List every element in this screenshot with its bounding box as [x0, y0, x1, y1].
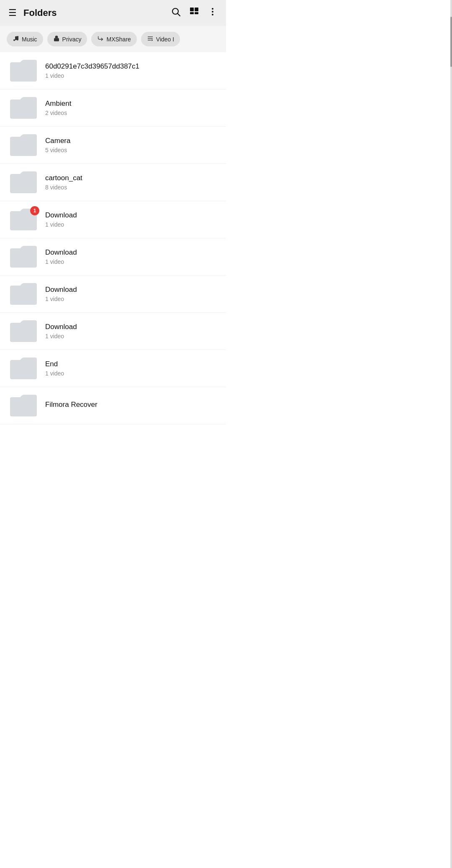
folder-name: Download [45, 211, 77, 220]
folder-name: cartoon_cat [45, 174, 82, 182]
folder-info: Download1 video [45, 323, 77, 340]
folder-item[interactable]: Download1 video [0, 276, 226, 313]
svg-rect-5 [195, 12, 198, 14]
folder-shape [8, 58, 39, 83]
folder-count: 1 video [45, 296, 77, 302]
folder-item[interactable]: Filmora Recover [0, 387, 226, 424]
folder-name: Download [45, 248, 77, 257]
folder-icon-wrapper [8, 133, 39, 158]
folder-info: Download1 video [45, 248, 77, 265]
svg-line-1 [178, 14, 180, 16]
folder-item[interactable]: Download1 video [0, 238, 226, 276]
folder-count: 1 video [45, 370, 64, 377]
folder-info: End1 video [45, 360, 64, 377]
folder-shape [8, 319, 39, 344]
folder-info: Camera5 videos [45, 137, 70, 153]
folder-count: 5 videos [45, 147, 70, 153]
folder-name: End [45, 360, 64, 368]
folder-shape [8, 356, 39, 381]
chip-mxshare[interactable]: MXShare [91, 32, 136, 46]
folder-icon-wrapper [8, 95, 39, 120]
folder-info: Ambient2 videos [45, 100, 71, 116]
folder-shape [8, 95, 39, 120]
folder-info: Download1 video [45, 286, 77, 302]
folder-count: 1 video [45, 258, 77, 265]
folder-badge: 1 [30, 206, 39, 215]
folder-icon-wrapper [8, 281, 39, 306]
folder-item[interactable]: Ambient2 videos [0, 89, 226, 127]
folder-shape [8, 133, 39, 158]
folder-icon-wrapper [8, 393, 39, 418]
folder-icon-wrapper [8, 244, 39, 269]
folder-icon-wrapper [8, 58, 39, 83]
chip-video-label: Video I [156, 36, 174, 43]
grid-view-icon[interactable] [189, 7, 199, 19]
folder-shape [8, 281, 39, 306]
app-header: ☰ Folders [0, 0, 226, 26]
more-options-icon[interactable] [208, 7, 218, 19]
folder-name: Ambient [45, 100, 71, 108]
folder-shape [8, 170, 39, 195]
chip-privacy[interactable]: Privacy [47, 32, 87, 46]
folder-info: 60d0291e7c3d39657dd387c11 video [45, 62, 139, 79]
svg-point-7 [212, 11, 213, 13]
folder-icon-wrapper: 1 [8, 207, 39, 232]
folder-item[interactable]: 1Download1 video [0, 201, 226, 238]
folder-icon-wrapper [8, 319, 39, 344]
folder-item[interactable]: Camera5 videos [0, 127, 226, 164]
svg-point-6 [212, 8, 213, 10]
folder-icon-wrapper [8, 356, 39, 381]
folder-count: 2 videos [45, 110, 71, 116]
music-chip-icon [13, 35, 19, 43]
privacy-chip-icon [53, 35, 60, 43]
folder-count: 1 video [45, 72, 139, 79]
folder-info: cartoon_cat8 videos [45, 174, 82, 191]
svg-point-10 [17, 39, 18, 41]
folder-name: Camera [45, 137, 70, 145]
folder-item[interactable]: End1 video [0, 350, 226, 387]
svg-point-9 [13, 39, 15, 41]
folder-item[interactable]: cartoon_cat8 videos [0, 164, 226, 201]
folder-count: 1 video [45, 221, 77, 228]
folder-name: Download [45, 286, 77, 294]
folder-list: 60d0291e7c3d39657dd387c11 videoAmbient2 … [0, 52, 226, 424]
chip-music[interactable]: Music [7, 32, 43, 46]
folder-name: Filmora Recover [45, 401, 98, 409]
svg-rect-4 [190, 12, 194, 14]
folder-count: 8 videos [45, 184, 82, 191]
header-actions [171, 7, 218, 19]
folder-name: Download [45, 323, 77, 331]
svg-rect-2 [190, 8, 194, 11]
video-chip-icon [147, 35, 154, 43]
chip-mxshare-label: MXShare [106, 36, 131, 43]
menu-icon[interactable]: ☰ [8, 8, 17, 18]
folder-item[interactable]: 60d0291e7c3d39657dd387c11 video [0, 52, 226, 89]
chip-privacy-label: Privacy [62, 36, 82, 43]
chip-music-label: Music [22, 36, 37, 43]
svg-rect-3 [195, 8, 198, 11]
filter-chips: Music Privacy MXShare Vide [0, 26, 226, 52]
folder-info: Download1 video [45, 211, 77, 228]
folder-name: 60d0291e7c3d39657dd387c1 [45, 62, 139, 71]
folder-item[interactable]: Download1 video [0, 313, 226, 350]
search-icon[interactable] [171, 7, 181, 19]
mxshare-chip-icon [97, 35, 104, 43]
folder-count: 1 video [45, 333, 77, 340]
page-title: Folders [23, 8, 171, 18]
svg-rect-11 [54, 38, 59, 41]
folder-info: Filmora Recover [45, 401, 98, 411]
folder-icon-wrapper [8, 170, 39, 195]
folder-shape [8, 393, 39, 418]
folder-shape [8, 244, 39, 269]
chip-video[interactable]: Video I [141, 32, 180, 46]
svg-point-8 [212, 14, 213, 15]
